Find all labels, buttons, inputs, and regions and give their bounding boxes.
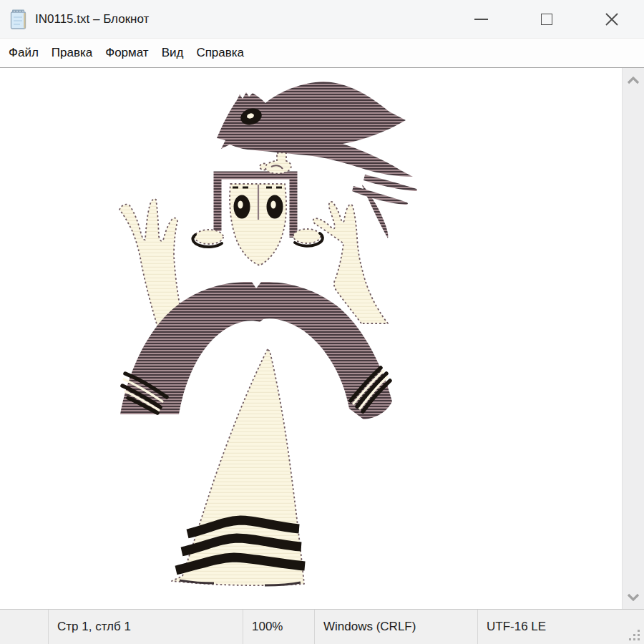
window-title: IN0115.txt – Блокнот [35, 12, 149, 26]
menu-format[interactable]: Формат [99, 46, 155, 60]
bird-body [217, 82, 413, 177]
chevron-up-icon [627, 77, 640, 84]
status-cursor-position: Стр 1, стлб 1 [49, 610, 243, 644]
right-ear [293, 229, 323, 246]
chevron-down-icon [627, 593, 640, 601]
bird-foot [260, 152, 291, 173]
status-zoom-level: 100% [243, 610, 315, 644]
figure-with-bird-drawing [0, 68, 622, 609]
menu-view[interactable]: Вид [155, 46, 190, 60]
left-ear [192, 230, 223, 247]
notepad-window: IN0115.txt – Блокнот Файл Правка Формат … [0, 0, 644, 644]
close-button[interactable] [579, 0, 644, 38]
menu-edit[interactable]: Правка [45, 46, 99, 60]
maximize-icon [541, 14, 552, 25]
person-skirt [172, 349, 305, 585]
bird-tail-feather [364, 175, 417, 191]
statusbar: Стр 1, стлб 1 100% Windows (CRLF) UTF-16… [0, 609, 644, 644]
titlebar[interactable]: IN0115.txt – Блокнот [0, 0, 644, 39]
maximize-button[interactable] [514, 0, 579, 38]
close-icon [605, 12, 619, 26]
minimize-icon [474, 19, 488, 20]
status-line-ending: Windows (CRLF) [315, 610, 478, 644]
scroll-down-button[interactable] [623, 585, 644, 609]
scroll-up-button[interactable] [623, 68, 644, 92]
resize-grip-icon[interactable] [627, 628, 641, 642]
text-area[interactable] [0, 68, 644, 609]
menu-help[interactable]: Справка [190, 46, 250, 60]
minimize-button[interactable] [449, 0, 514, 38]
caption-buttons [449, 0, 644, 38]
person-face [230, 184, 286, 265]
vertical-scrollbar[interactable] [622, 68, 644, 609]
menubar: Файл Правка Формат Вид Справка [0, 39, 644, 68]
status-empty-cell [0, 610, 49, 644]
menu-file[interactable]: Файл [2, 46, 45, 60]
notepad-icon [9, 9, 28, 30]
status-encoding: UTF-16 LE [478, 610, 644, 644]
